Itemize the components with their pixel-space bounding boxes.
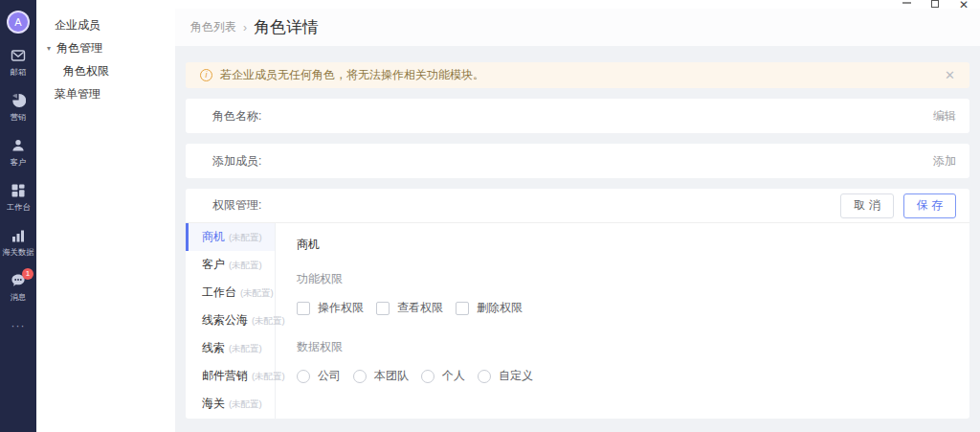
content-area: i 若企业成员无任何角色，将无法操作相关功能模块。 ✕ 角色名称: 编辑 添加成… bbox=[175, 46, 980, 432]
radio-label: 本团队 bbox=[374, 368, 409, 384]
tab-status: (未配置) bbox=[229, 342, 262, 354]
sidebar-item-label: 角色权限 bbox=[63, 64, 109, 78]
tab-leads[interactable]: 线索 (未配置) bbox=[186, 334, 275, 362]
rail-item-mail[interactable]: 邮箱 bbox=[10, 48, 27, 79]
window-titlebar: ✕ bbox=[175, 0, 980, 9]
add-member-label: 添加成员: bbox=[212, 153, 261, 170]
checkbox-label: 查看权限 bbox=[397, 300, 443, 316]
permission-header: 权限管理: 取 消 保 存 bbox=[186, 189, 969, 223]
sidebar-item-role-permission[interactable]: 角色权限 bbox=[36, 59, 175, 82]
add-button[interactable]: 添加 bbox=[933, 153, 956, 170]
tab-lead-pool[interactable]: 线索公海 (未配置) bbox=[186, 307, 275, 334]
rail-item-label: 营销 bbox=[11, 112, 27, 124]
data-permission-options: 公司 本团队 个人 自 bbox=[297, 368, 969, 384]
radio-label: 自定义 bbox=[499, 368, 533, 384]
permission-card: 权限管理: 取 消 保 存 商机 (未配置) 客户 (未配置) bbox=[186, 189, 969, 419]
nav-sidebar: 企业成员 ▾ 角色管理 角色权限 菜单管理 bbox=[36, 0, 175, 432]
function-permission-label: 功能权限 bbox=[297, 271, 969, 287]
pie-chart-icon bbox=[11, 93, 26, 108]
radio-company[interactable]: 公司 bbox=[297, 368, 341, 384]
banner-close-icon[interactable]: ✕ bbox=[945, 68, 955, 82]
minimize-icon bbox=[902, 2, 911, 4]
rail-item-label: 海关数据 bbox=[2, 247, 33, 259]
checkbox-operate-permission[interactable]: 操作权限 bbox=[297, 300, 364, 316]
tab-business-opportunity[interactable]: 商机 (未配置) bbox=[186, 223, 275, 251]
radio-icon bbox=[353, 370, 367, 383]
workbench-icon bbox=[11, 183, 26, 198]
maximize-icon bbox=[931, 0, 939, 8]
tab-status: (未配置) bbox=[229, 398, 262, 410]
breadcrumb-role-list[interactable]: 角色列表 bbox=[190, 19, 236, 35]
module-tab-list: 商机 (未配置) 客户 (未配置) 工作台 (未配置) 线索公海 bbox=[186, 223, 276, 419]
maximize-button[interactable] bbox=[931, 0, 939, 9]
permission-panel: 商机 功能权限 操作权限 查看权限 bbox=[276, 223, 969, 419]
warning-text: 若企业成员无任何角色，将无法操作相关功能模块。 bbox=[220, 67, 484, 83]
icon-rail: A 邮箱 营销 客户 工作台 bbox=[0, 0, 36, 432]
tab-status: (未配置) bbox=[229, 259, 262, 271]
rail-item-customs-data[interactable]: 海关数据 bbox=[1, 228, 35, 259]
rail-item-customer[interactable]: 客户 bbox=[10, 138, 27, 169]
sidebar-item-role-management[interactable]: ▾ 角色管理 bbox=[36, 36, 175, 59]
page-header: 角色列表 › 角色详情 bbox=[175, 9, 980, 46]
rail-item-workbench[interactable]: 工作台 bbox=[6, 183, 32, 214]
radio-team[interactable]: 本团队 bbox=[353, 368, 409, 384]
rail-more-button[interactable]: ··· bbox=[11, 319, 26, 332]
tab-label: 商机 bbox=[202, 229, 225, 245]
radio-custom[interactable]: 自定义 bbox=[478, 368, 533, 384]
save-button[interactable]: 保 存 bbox=[903, 193, 956, 218]
permission-body: 商机 (未配置) 客户 (未配置) 工作台 (未配置) 线索公海 bbox=[186, 223, 969, 419]
cancel-button[interactable]: 取 消 bbox=[840, 193, 893, 218]
tab-label: 海关 bbox=[202, 396, 225, 412]
chevron-down-icon: ▾ bbox=[47, 37, 51, 60]
tab-status: (未配置) bbox=[229, 231, 262, 243]
sidebar-item-label: 企业成员 bbox=[55, 18, 100, 32]
permission-label: 权限管理: bbox=[212, 197, 261, 214]
tab-status: (未配置) bbox=[252, 370, 285, 382]
checkbox-icon bbox=[376, 302, 390, 315]
tab-customer[interactable]: 客户 (未配置) bbox=[186, 251, 275, 279]
message-badge: 1 bbox=[22, 268, 33, 280]
app-window: A 邮箱 营销 客户 工作台 bbox=[0, 0, 980, 432]
sidebar-item-label: 菜单管理 bbox=[55, 87, 100, 101]
tab-status: (未配置) bbox=[252, 314, 285, 327]
rail-item-marketing[interactable]: 营销 bbox=[10, 93, 27, 124]
warning-banner: i 若企业成员无任何角色，将无法操作相关功能模块。 ✕ bbox=[186, 62, 969, 88]
tab-email-marketing[interactable]: 邮件营销 (未配置) bbox=[186, 362, 275, 390]
checkbox-icon bbox=[297, 302, 310, 315]
rail-item-label: 客户 bbox=[11, 157, 27, 169]
tab-workbench[interactable]: 工作台 (未配置) bbox=[186, 279, 275, 307]
checkbox-view-permission[interactable]: 查看权限 bbox=[376, 300, 443, 316]
function-permission-options: 操作权限 查看权限 删除权限 bbox=[297, 300, 969, 316]
customer-icon bbox=[11, 138, 26, 153]
page-title: 角色详情 bbox=[254, 16, 319, 38]
add-member-card: 添加成员: 添加 bbox=[186, 144, 969, 178]
checkbox-delete-permission[interactable]: 删除权限 bbox=[456, 300, 523, 316]
checkbox-label: 删除权限 bbox=[477, 300, 523, 316]
rail-item-messages[interactable]: 1 消息 bbox=[10, 273, 27, 304]
edit-button[interactable]: 编辑 bbox=[933, 108, 956, 125]
radio-label: 个人 bbox=[442, 368, 465, 384]
sidebar-item-menu-management[interactable]: 菜单管理 bbox=[36, 82, 175, 105]
bar-chart-icon bbox=[11, 228, 26, 243]
role-name-label: 角色名称: bbox=[212, 108, 261, 125]
main-area: ✕ 角色列表 › 角色详情 i 若企业成员无任何角色，将无法操作相关功能模块。 … bbox=[175, 0, 980, 432]
radio-personal[interactable]: 个人 bbox=[421, 368, 465, 384]
data-permission-label: 数据权限 bbox=[297, 339, 969, 355]
sidebar-item-label: 角色管理 bbox=[56, 41, 102, 55]
tab-label: 线索 bbox=[202, 340, 225, 356]
avatar[interactable]: A bbox=[7, 11, 30, 34]
close-icon: ✕ bbox=[959, 0, 969, 9]
checkbox-label: 操作权限 bbox=[318, 300, 364, 316]
window-controls: ✕ bbox=[902, 0, 969, 9]
sidebar-item-enterprise-members[interactable]: 企业成员 bbox=[36, 13, 175, 36]
minimize-button[interactable] bbox=[902, 0, 911, 9]
tab-label: 邮件营销 bbox=[202, 368, 248, 384]
info-icon: i bbox=[200, 69, 212, 81]
tab-label: 线索公海 bbox=[202, 312, 248, 329]
rail-item-label: 邮箱 bbox=[11, 67, 27, 79]
tab-status: (未配置) bbox=[240, 286, 274, 299]
breadcrumb-separator: › bbox=[243, 21, 247, 34]
tab-customs[interactable]: 海关 (未配置) bbox=[186, 390, 275, 418]
checkbox-icon bbox=[456, 302, 469, 315]
close-button[interactable]: ✕ bbox=[959, 0, 969, 9]
